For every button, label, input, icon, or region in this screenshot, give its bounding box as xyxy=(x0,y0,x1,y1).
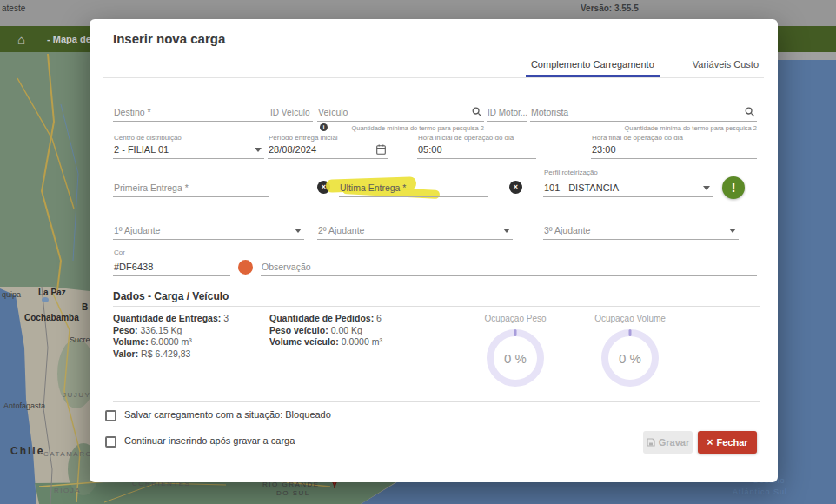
gauge-ocupacao-volume: Ocupação Volume 0 % xyxy=(578,314,682,387)
hora-final-field[interactable]: Hora final de operação do dia 23:00 xyxy=(591,134,757,159)
hora-final-label: Hora final de operação do dia xyxy=(592,134,683,142)
chevron-down-icon[interactable] xyxy=(503,229,510,233)
chevron-down-icon[interactable] xyxy=(729,229,736,233)
destino-placeholder: Destino * xyxy=(114,107,151,117)
gauge-ocupacao-peso: Ocupação Peso 0 % xyxy=(463,314,567,387)
info-icon: i xyxy=(320,123,328,131)
hora-final-value: 23:00 xyxy=(592,144,616,155)
centro-distribuicao-value: 2 - FILIAL 01 xyxy=(114,144,169,155)
gauge-ring: 0 % xyxy=(601,329,659,387)
chevron-down-icon[interactable] xyxy=(255,148,262,152)
motorista-field[interactable]: Motorista xyxy=(530,99,757,122)
stat-line: Volume: 6.0000 m³ xyxy=(113,336,229,348)
ajudante-3-select[interactable]: 3º Ajudante xyxy=(543,217,739,240)
motorista-helper: Quantidade mínima do termo para pesquisa… xyxy=(530,124,757,132)
search-icon[interactable] xyxy=(472,107,482,117)
veiculo-placeholder: Veículo xyxy=(318,107,348,117)
section-title-dados: Dados - Carga / Veículo xyxy=(113,290,229,302)
stat-line: Valor: R$ 6.429,83 xyxy=(113,348,229,361)
chevron-down-icon[interactable] xyxy=(295,229,302,233)
gravar-button[interactable]: Gravar xyxy=(643,431,693,454)
divider xyxy=(113,401,760,402)
checkbox-salvar-bloqueado-label: Salvar carregamento com a situação: Bloq… xyxy=(124,409,331,420)
ajudante-1-select[interactable]: 1º Ajudante xyxy=(113,217,304,240)
checkbox-continuar-inserindo[interactable] xyxy=(105,436,116,448)
gauge-label: Ocupação Volume xyxy=(578,314,682,323)
perfil-value: 101 - DISTANCIA xyxy=(544,182,619,193)
periodo-entrega-inicial-field[interactable]: Período entrega inicial 28/08/2024 xyxy=(268,134,388,159)
stat-line: Quantidade de Pedidos: 6 xyxy=(269,313,382,325)
observacao-field[interactable]: Observação xyxy=(261,255,757,276)
periodo-value: 28/08/2024 xyxy=(269,144,316,155)
observacao-placeholder: Observação xyxy=(262,262,311,272)
veiculo-helper: i Quantidade mínima do termo para pesqui… xyxy=(317,124,484,132)
gauge-tick xyxy=(629,329,632,336)
stats-column-1: Quantidade de Entregas: 3 Peso: 336.15 K… xyxy=(113,313,229,360)
clear-ultima-entrega-icon[interactable]: × xyxy=(509,181,522,194)
close-icon: × xyxy=(707,436,713,448)
tab-bar: Complemento Carregamento Variáveis Custo xyxy=(103,54,764,78)
checkbox-continuar-inserindo-label: Continuar inserindo após gravar a carga xyxy=(124,435,295,446)
stat-line: Volume veículo: 0.0000 m³ xyxy=(269,336,382,348)
primeira-entrega-placeholder: Primeira Entrega * xyxy=(114,182,189,193)
ultima-entrega-placeholder: Ultima Entrega * xyxy=(340,182,406,193)
dialog-title: Inserir nova carga xyxy=(113,31,225,46)
primeira-entrega-field[interactable]: Primeira Entrega * xyxy=(113,176,269,197)
calendar-icon[interactable] xyxy=(376,144,386,155)
color-swatch[interactable] xyxy=(238,260,253,275)
fechar-button[interactable]: × Fechar xyxy=(698,431,757,454)
destino-field[interactable]: Destino * xyxy=(113,99,269,122)
stat-line: Peso veículo: 0.00 Kg xyxy=(269,325,382,337)
gauge-value: 0 % xyxy=(504,351,527,366)
stats-column-2: Quantidade de Pedidos: 6 Peso veículo: 0… xyxy=(269,313,382,348)
hora-inicial-value: 05:00 xyxy=(418,144,442,155)
periodo-label: Período entrega inicial xyxy=(269,134,338,142)
ultima-entrega-field[interactable]: Ultima Entrega * xyxy=(339,176,488,197)
checkbox-salvar-bloqueado[interactable] xyxy=(105,410,116,421)
id-motorista-placeholder: ID Motor... xyxy=(488,108,527,117)
cor-label: Cor xyxy=(114,249,125,256)
search-icon[interactable] xyxy=(745,107,755,117)
gauge-label: Ocupação Peso xyxy=(463,314,567,323)
veiculo-field[interactable]: Veículo xyxy=(317,99,484,122)
id-veiculo-field[interactable]: ID Veículo xyxy=(269,99,313,122)
cor-field[interactable]: Cor #DF6438 xyxy=(113,249,230,276)
hora-inicial-label: Hora inicial de operação do dia xyxy=(418,134,514,142)
save-icon xyxy=(647,438,655,447)
perfil-roteirizacao-select[interactable]: Perfil roteirização 101 - DISTANCIA xyxy=(543,169,713,197)
id-motorista-field[interactable]: ID Motor... xyxy=(487,99,527,122)
ajudante-2-select[interactable]: 2º Ajudante xyxy=(317,217,513,240)
insert-load-dialog: Inserir nova carga Complemento Carregame… xyxy=(90,19,778,482)
cor-value: #DF6438 xyxy=(114,262,153,272)
tab-complemento-carregamento[interactable]: Complemento Carregamento xyxy=(526,54,660,77)
ajudante-3-placeholder: 3º Ajudante xyxy=(544,225,590,235)
id-veiculo-placeholder: ID Veículo xyxy=(270,108,310,117)
gauge-tick xyxy=(514,329,517,336)
ajudante-1-placeholder: 1º Ajudante xyxy=(114,225,160,235)
hora-inicial-field[interactable]: Hora inicial de operação do dia 05:00 xyxy=(417,134,536,159)
stat-line: Quantidade de Entregas: 3 xyxy=(113,313,229,325)
centro-distribuicao-select[interactable]: Centro de distribuição 2 - FILIAL 01 xyxy=(113,134,264,159)
motorista-placeholder: Motorista xyxy=(531,107,568,117)
chevron-down-icon[interactable] xyxy=(703,186,710,190)
divider xyxy=(113,306,760,307)
ajudante-2-placeholder: 2º Ajudante xyxy=(318,225,364,235)
centro-distribuicao-label: Centro de distribuição xyxy=(114,134,182,142)
gauge-value: 0 % xyxy=(619,351,641,366)
route-profile-alert-badge[interactable]: ! xyxy=(722,176,745,199)
stat-line: Peso: 336.15 Kg xyxy=(113,325,229,337)
gauge-ring: 0 % xyxy=(487,329,544,387)
app-screen: quipa La Paz Cochabamba Sucre B JUJUY An… xyxy=(0,0,836,504)
tab-variaveis-custo[interactable]: Variáveis Custo xyxy=(687,54,764,77)
perfil-label: Perfil roteirização xyxy=(544,169,598,176)
